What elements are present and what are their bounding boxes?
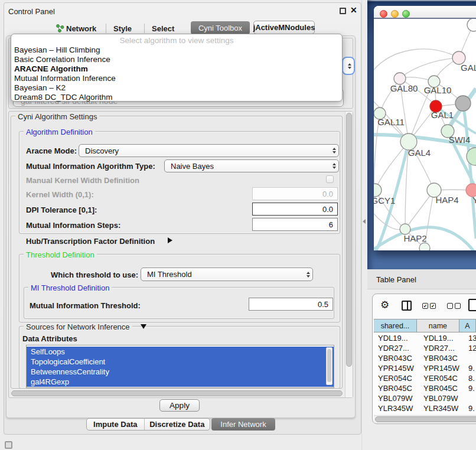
node-gray[interactable] [455, 96, 471, 111]
tab-impute-data[interactable]: Impute Data [87, 419, 144, 430]
network-canvas[interactable]: GAL GAL80 GAL10 GAL1 GAL11 SWI4 GAL4 GCY… [374, 19, 476, 250]
cell-value: 13 [468, 333, 476, 343]
select-all-icon2[interactable]: ✓ [430, 303, 436, 309]
divider-collapse-icon[interactable] [363, 219, 366, 224]
menu-item-aracne[interactable]: ARACNE Algorithm [13, 64, 340, 74]
node-label: GAL4 [408, 148, 431, 158]
dpi-tolerance-field[interactable]: 0.0 [252, 203, 338, 216]
hub-definition-label[interactable]: Hub/Transcription Factor Definition [26, 237, 155, 246]
tab-separator [144, 24, 145, 33]
apply-button[interactable]: Apply [159, 399, 200, 412]
menu-item-bayesian-hill-climbing[interactable]: Bayesian – Hill Climbing [13, 45, 340, 55]
dock-panel-icon[interactable] [5, 441, 12, 449]
network-window[interactable]: GAL GAL80 GAL10 GAL1 GAL11 SWI4 GAL4 GCY… [374, 6, 476, 250]
network-graph: GAL GAL80 GAL10 GAL1 GAL11 SWI4 GAL4 GCY… [374, 19, 476, 250]
close-icon[interactable]: ✕ [350, 5, 357, 15]
menu-item-mutual-information[interactable]: Mutual Information Inference [13, 74, 340, 83]
tab-jactivemnodules[interactable]: jActiveMNodules [253, 21, 315, 34]
node-label: GCY1 [374, 195, 395, 206]
node-label: GAL10 [424, 85, 452, 95]
network-window-titlebar[interactable] [374, 6, 476, 19]
list-scrollbar[interactable] [326, 347, 332, 385]
node-gal80[interactable] [394, 73, 406, 84]
mi-steps-label: Mutual Information Steps: [26, 221, 120, 230]
table-row[interactable]: YDR27... YDR27... 12 [374, 343, 476, 353]
table-row[interactable]: YDL19... YDL19... 13 [374, 333, 476, 343]
network-tab-icon [56, 24, 64, 32]
list-item-topologicalcoefficient[interactable]: TopologicalCoefficient [27, 357, 334, 367]
cell-shared: YBR045C [378, 383, 412, 393]
export-table-icon[interactable] [468, 299, 476, 311]
tab-discretize-data[interactable]: Discretize Data [145, 419, 210, 430]
combo-spinner-icon [332, 148, 336, 154]
minimize-button[interactable] [391, 10, 399, 18]
combo-spinner-icon [307, 272, 310, 278]
data-attributes-list[interactable]: SelfLoops TopologicalCoefficient Between… [26, 345, 334, 388]
list-item-selfloops[interactable]: SelfLoops [27, 347, 334, 357]
deselect-all-icon2[interactable] [455, 303, 461, 309]
table-row[interactable]: YBL079W YBL079W [374, 393, 476, 403]
split-pane-divider[interactable] [361, 0, 367, 450]
table-horizontal-scrollbar-thumb[interactable] [375, 416, 476, 422]
tab-select[interactable]: Select [152, 24, 174, 33]
inference-algorithm-combo-fragment[interactable] [342, 57, 355, 75]
settings-vertical-scrollbar-thumb[interactable] [346, 113, 352, 367]
cell-shared: YLR345W [378, 403, 413, 413]
table-body[interactable]: YDL19... YDL19... 13 YDR27... YDR27... 1… [374, 332, 476, 413]
manual-kernel-label: Manual Kernel Width Definition [26, 176, 139, 185]
close-button[interactable] [380, 10, 387, 18]
mi-threshold-field[interactable]: 0.5 [249, 298, 333, 311]
menu-item-bayesian-k2[interactable]: Bayesian – K2 [13, 83, 340, 93]
collapse-down-icon[interactable] [141, 324, 146, 329]
select-all-icon[interactable]: ✓ [422, 303, 428, 309]
deselect-all-icon[interactable] [447, 303, 453, 309]
aracne-mode-label: Aracne Mode: [26, 146, 77, 155]
node-unnamed-top[interactable] [467, 19, 476, 31]
tab-infer-network[interactable]: Infer Network [211, 418, 275, 431]
mi-steps-field[interactable]: 6 [252, 218, 338, 231]
node-label: HAP4 [435, 195, 458, 205]
columns-icon[interactable] [402, 301, 412, 311]
table-row[interactable]: YBR043C YBR043C [374, 353, 476, 363]
table-row[interactable]: YPR145W YPR145W 9. [374, 363, 476, 373]
kernel-width-field: 0.0 [252, 187, 338, 200]
tab-network[interactable]: Network [66, 24, 96, 33]
expand-right-icon[interactable] [168, 237, 172, 243]
list-item-betweennesscentrality[interactable]: BetweennessCentrality [27, 367, 334, 377]
settings-horizontal-scrollbar-thumb[interactable] [11, 390, 343, 396]
float-panel-icon[interactable] [340, 8, 346, 14]
thick-edges [374, 89, 476, 250]
gear-icon[interactable]: ⚙ [380, 300, 389, 310]
node-gcy1[interactable] [374, 184, 382, 197]
mi-threshold-value: 0.5 [318, 300, 328, 309]
zoom-button[interactable] [402, 10, 410, 18]
window-title: Control Panel [8, 7, 55, 16]
settings-group-title: Cyni Algorithm Settings [15, 112, 99, 121]
column-header-clipped[interactable]: A [459, 319, 476, 332]
table-horizontal-scrollbar[interactable] [374, 415, 476, 423]
table-panel-title: Table Panel [376, 275, 416, 284]
aracne-mode-combo[interactable]: Discovery [79, 144, 339, 157]
menu-item-dream8[interactable]: Dream8 DC_TDC Algorithm [13, 93, 340, 102]
node-label: GAL11 [377, 117, 405, 127]
column-header-name[interactable]: name [417, 319, 459, 332]
column-header-shared-name[interactable]: shared... [374, 319, 417, 332]
threshold-definition-title: Threshold Definition [24, 250, 97, 259]
menu-item-basic-correlation[interactable]: Basic Correlation Inference [13, 55, 340, 64]
cell-value: 9. [468, 363, 475, 373]
table-row[interactable]: YER054C YER054C 8. [374, 373, 476, 383]
node-bottom[interactable] [419, 243, 430, 250]
node-label: Y [472, 195, 476, 205]
algorithm-dropdown-popup: Select algorithm to view settings Bayesi… [11, 34, 343, 102]
tab-cyni-toolbox[interactable]: Cyni Toolbox [191, 21, 250, 34]
table-header-row: shared... name A [374, 319, 476, 332]
which-threshold-value: MI Threshold [147, 270, 192, 279]
table-row[interactable]: YLR345W YLR345W 9. [374, 403, 476, 413]
mi-algorithm-type-combo[interactable]: Naive Bayes [164, 159, 339, 172]
cell-name: YDR27... [423, 343, 455, 353]
table-row[interactable]: YBR045C YBR045C 9. [374, 383, 476, 393]
tab-style[interactable]: Style [113, 24, 132, 33]
which-threshold-combo[interactable]: MI Threshold [141, 268, 313, 281]
list-item-gal4rgexp[interactable]: gal4RGexp [27, 377, 334, 387]
manual-kernel-checkbox[interactable] [326, 175, 334, 183]
